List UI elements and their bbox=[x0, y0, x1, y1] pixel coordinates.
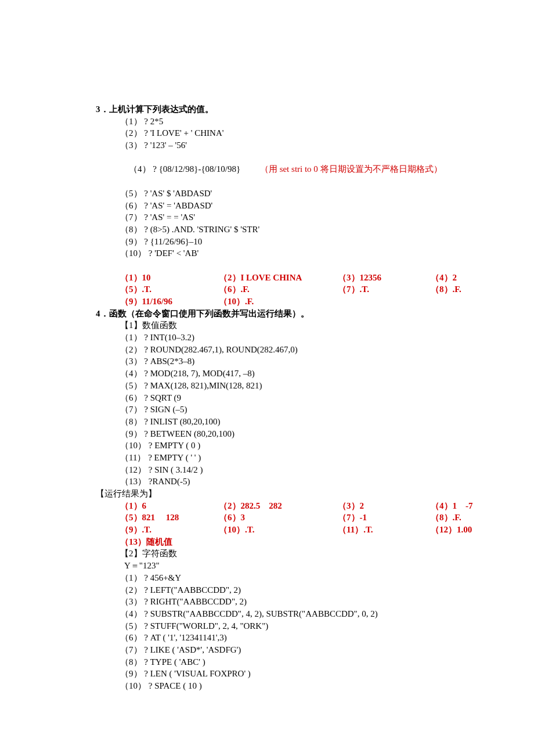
s4-p2-title: 【2】字符函数 bbox=[120, 548, 479, 560]
a12: （12）1.00 bbox=[431, 524, 472, 536]
s3-a7: （7）.T. bbox=[338, 283, 431, 296]
s3-q4: （4） ? {08/12/98}-{08/10/98} bbox=[129, 164, 240, 174]
s3-a8: （8）.F. bbox=[431, 283, 461, 296]
s4p1-q5: （5） ? MAX(128, 821),MIN(128, 821) bbox=[120, 380, 479, 392]
s3-a4: （4）2 bbox=[431, 272, 457, 284]
a4: （4）1 -7 bbox=[431, 500, 473, 512]
s4p2-q3: （3） ? RIGHT("AABBCCDD", 2) bbox=[120, 596, 479, 608]
s3-a5: （5）.T. bbox=[120, 283, 219, 296]
s4p1-q9: （9） ? BETWEEN (80,20,100) bbox=[120, 428, 479, 440]
s4p1-q1: （1） ? INT(10–3.2) bbox=[120, 332, 479, 344]
s4p2-q1: （1） ? 456+&Y bbox=[120, 572, 479, 584]
s3-a10: （10）.F. bbox=[219, 296, 338, 308]
a14 bbox=[219, 536, 338, 548]
s3-q4-line: （4） ? {08/12/98}-{08/10/98} （用 set stri … bbox=[120, 152, 479, 188]
a2: （2）282.5 282 bbox=[219, 500, 338, 512]
s4p1-ans-row4: （13）随机值 bbox=[120, 536, 479, 548]
s4p1-ans-row1: （1）6 （2）282.5 282 （3）2 （4）1 -7 bbox=[120, 500, 479, 512]
section-4-title: 4．函数（在命令窗口使用下列函数并写出运行结果）。 bbox=[96, 308, 479, 320]
s4p1-q12: （12） ? SIN ( 3.14/2 ) bbox=[120, 464, 479, 476]
s3-q6: （6） ? 'AS' = 'ABDASD' bbox=[120, 200, 479, 212]
s3-q5: （5） ? 'AS' $ 'ABDASD' bbox=[120, 188, 479, 200]
s4p1-q3: （3） ? ABS(2*3–8) bbox=[120, 355, 479, 368]
a5: （5）821 128 bbox=[120, 512, 219, 524]
s4p1-q10: （10） ? EMPTY ( 0 ) bbox=[120, 440, 479, 452]
s3-a6: （6）.F. bbox=[219, 283, 338, 296]
s4p1-q13: （13） ?RAND(-5) bbox=[120, 476, 479, 488]
s3-q3: （3） ? '123' – '56' bbox=[120, 139, 479, 152]
s3-a9: （9）11/16/96 bbox=[120, 296, 219, 308]
s4p1-ans-row3: （9）.T. （10）.T. （11）.T. （12）1.00 bbox=[120, 524, 479, 536]
s3-q8: （8） ? (8>5) .AND. 'STRING' $ 'STR' bbox=[120, 224, 479, 236]
s4p1-q2: （2） ? ROUND(282.467,1), ROUND(282.467,0) bbox=[120, 344, 479, 356]
s4p2-q6: （6） ? AT ( '1', '12341141',3) bbox=[120, 632, 479, 644]
s3-ans-row1: （1）10 （2）I LOVE CHINA （3）12356 （4）2 bbox=[120, 272, 479, 284]
s4p2-q2: （2） ? LEFT("AABBCCDD", 2) bbox=[120, 584, 479, 596]
a7: （7）-1 bbox=[338, 512, 431, 524]
a9: （9）.T. bbox=[120, 524, 219, 536]
s3-a1: （1）10 bbox=[120, 272, 219, 284]
s4p1-q8: （8） ? INLIST (80,20,100) bbox=[120, 416, 479, 428]
a11: （11）.T. bbox=[338, 524, 431, 536]
s4p1-q6: （6） ? SQRT (9 bbox=[120, 392, 479, 404]
s4p1-q7: （7） ? SIGN (–5) bbox=[120, 404, 479, 416]
s3-ans-row2: （5）.T. （6）.F. （7）.T. （8）.F. bbox=[120, 283, 479, 296]
s4p1-ans-row2: （5）821 128 （6）3 （7）-1 （8）.F. bbox=[120, 512, 479, 524]
s3-a2: （2）I LOVE CHINA bbox=[219, 272, 338, 284]
a6: （6）3 bbox=[219, 512, 338, 524]
s3-a3: （3）12356 bbox=[338, 272, 431, 284]
s4p2-q10: （10） ? SPACE ( 10 ) bbox=[120, 680, 479, 692]
s3-q9: （9） ? {11/26/96}–10 bbox=[120, 236, 479, 248]
s4-p1-title: 【1】数值函数 bbox=[120, 319, 479, 332]
s3-ans-row3: （9）11/16/96 （10）.F. bbox=[120, 296, 479, 308]
s4p2-q4: （4） ? SUBSTR("AABBCCDD", 4, 2), SUBSTR("… bbox=[120, 608, 479, 620]
s3-q10: （10） ? 'DEF' < 'AB' bbox=[120, 247, 479, 260]
s3-q2: （2） ? 'I LOVE' + ' CHINA' bbox=[120, 127, 479, 139]
s4p2-q9: （9） ? LEN ( 'VISUAL FOXPRO' ) bbox=[120, 668, 479, 680]
run-result-head: 【运行结果为】 bbox=[96, 488, 479, 500]
s4p2-q5: （5） ? STUFF("WORLD", 2, 4, "ORK") bbox=[120, 620, 479, 632]
a3: （3）2 bbox=[338, 500, 431, 512]
s4p2-y: Y＝"123" bbox=[120, 560, 479, 572]
s4p2-q7: （7） ? LIKE ( 'ASD*', 'ASDFG') bbox=[120, 644, 479, 656]
s4p1-q4: （4） ? MOD(218, 7), MOD(417, –8) bbox=[120, 368, 479, 380]
a8: （8）.F. bbox=[431, 512, 461, 524]
s3-q1: （1） ? 2*5 bbox=[120, 116, 479, 128]
s4p1-q11: （11） ? EMPTY ( ' ' ) bbox=[120, 452, 479, 464]
s3-q7: （7） ? 'AS' = = 'AS' bbox=[120, 211, 479, 224]
s3-q4-note: （用 set stri to 0 将日期设置为不严格日期格式） bbox=[260, 164, 442, 174]
a15 bbox=[338, 536, 431, 548]
s4p2-q8: （8） ? TYPE ( 'ABC' ) bbox=[120, 656, 479, 668]
a1: （1）6 bbox=[120, 500, 219, 512]
document-page: 3．上机计算下列表达式的值。 （1） ? 2*5 （2） ? 'I LOVE' … bbox=[0, 0, 534, 727]
a13: （13）随机值 bbox=[120, 536, 219, 548]
spacer bbox=[120, 260, 479, 272]
section-3-title: 3．上机计算下列表达式的值。 bbox=[96, 103, 479, 116]
s3-a11 bbox=[338, 296, 431, 308]
a10: （10）.T. bbox=[219, 524, 338, 536]
